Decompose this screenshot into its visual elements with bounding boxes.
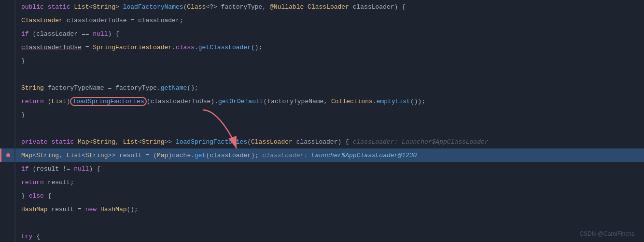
code-line <box>0 67 644 81</box>
code-line: if (classLoader == null) { <box>0 27 644 40</box>
code-line: } <box>0 108 644 121</box>
code-line: ClassLoader classLoaderToUse = classLoad… <box>0 13 644 27</box>
code-line <box>0 216 644 229</box>
code-line: try { <box>0 229 644 242</box>
code-line: return result; <box>0 175 644 189</box>
code-line: return (List)loadSpringFactories(classLo… <box>0 94 644 108</box>
code-line: } <box>0 54 644 67</box>
code-line: classLoaderToUse = SpringFactoriesLoader… <box>0 40 644 54</box>
code-editor: public static List<String> loadFactoryNa… <box>0 0 644 242</box>
code-line: Map<String, List<String>> result = (Map)… <box>0 148 644 162</box>
code-line: String factoryTypeName = factoryType.get… <box>0 81 644 94</box>
code-line: private static Map<String, List<String>>… <box>0 135 644 148</box>
code-line: if (result != null) { <box>0 162 644 175</box>
code-line <box>0 121 644 135</box>
code-line: } else { <box>0 189 644 202</box>
watermark-text: CSDN @CarolFinchs <box>579 230 634 237</box>
code-line: public static List<String> loadFactoryNa… <box>0 0 644 13</box>
code-line: HashMap result = new HashMap(); <box>0 202 644 216</box>
